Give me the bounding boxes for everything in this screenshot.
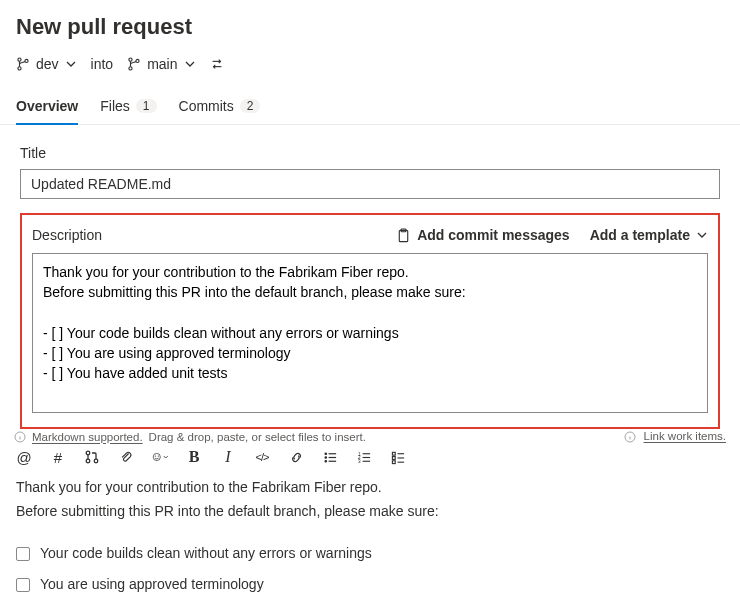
- link-work-items-link[interactable]: Link work items.: [644, 430, 726, 442]
- svg-point-13: [153, 453, 160, 460]
- bullet-list-icon[interactable]: [322, 449, 338, 465]
- svg-point-2: [25, 59, 28, 62]
- commits-count-badge: 2: [240, 99, 261, 113]
- target-branch-picker[interactable]: main: [127, 56, 195, 72]
- title-label: Title: [20, 145, 720, 161]
- chevron-down-icon: [184, 58, 196, 70]
- preview-line: Before submitting this PR into the defau…: [16, 501, 724, 522]
- pr-icon[interactable]: [84, 449, 100, 465]
- markdown-supported-link[interactable]: Markdown supported.: [32, 431, 143, 443]
- target-branch-name: main: [147, 56, 177, 72]
- swap-branches-icon[interactable]: [210, 57, 224, 71]
- preview-line: Thank you for your contribution to the F…: [16, 477, 724, 498]
- info-icon: [624, 431, 636, 443]
- emoji-icon[interactable]: [152, 449, 168, 465]
- markdown-toolbar: @ # B I </> 1 2 3: [0, 443, 740, 475]
- branch-icon: [16, 57, 30, 71]
- source-branch-picker[interactable]: dev: [16, 56, 77, 72]
- svg-point-11: [86, 459, 90, 463]
- add-commit-messages-button[interactable]: Add commit messages: [396, 227, 570, 243]
- add-template-button[interactable]: Add a template: [590, 227, 708, 243]
- checklist-item: You are using approved terminology: [16, 569, 724, 600]
- mention-icon[interactable]: @: [16, 449, 32, 465]
- svg-point-3: [129, 58, 132, 61]
- numbered-list-icon[interactable]: 1 2 3: [356, 449, 372, 465]
- tabs: Overview Files 1 Commits 2: [0, 90, 740, 125]
- italic-icon[interactable]: I: [220, 449, 236, 465]
- svg-point-4: [129, 67, 132, 70]
- title-input[interactable]: [20, 169, 720, 199]
- tab-files[interactable]: Files 1: [100, 90, 156, 124]
- svg-point-16: [325, 453, 327, 455]
- info-icon: [14, 431, 26, 443]
- code-icon[interactable]: </>: [254, 449, 270, 465]
- description-preview: Thank you for your contribution to the F…: [0, 475, 740, 602]
- svg-point-5: [136, 59, 139, 62]
- chevron-down-icon: [696, 229, 708, 241]
- description-textarea[interactable]: [32, 253, 708, 413]
- hash-icon[interactable]: #: [50, 449, 66, 465]
- bold-icon[interactable]: B: [186, 449, 202, 465]
- svg-rect-22: [392, 452, 395, 455]
- checkbox[interactable]: [16, 578, 30, 592]
- checklist-item: Your code builds clean without any error…: [16, 538, 724, 569]
- svg-text:3: 3: [357, 459, 360, 464]
- svg-point-18: [325, 460, 327, 462]
- drag-drop-hint: Drag & drop, paste, or select files to i…: [149, 431, 366, 443]
- chevron-down-icon: [65, 58, 77, 70]
- svg-point-1: [18, 67, 21, 70]
- source-branch-name: dev: [36, 56, 59, 72]
- branch-icon: [127, 57, 141, 71]
- into-label: into: [91, 56, 114, 72]
- checkbox[interactable]: [16, 547, 30, 561]
- clipboard-icon: [396, 228, 411, 243]
- svg-point-0: [18, 58, 21, 61]
- description-panel: Description Add commit messages Add a te…: [20, 213, 720, 429]
- link-icon[interactable]: [288, 449, 304, 465]
- checklist-icon[interactable]: [390, 449, 406, 465]
- svg-rect-23: [392, 456, 395, 459]
- page-title: New pull request: [16, 14, 724, 40]
- description-label: Description: [32, 227, 102, 243]
- branch-selector-row: dev into main: [16, 56, 724, 72]
- tab-commits[interactable]: Commits 2: [179, 90, 261, 124]
- svg-point-10: [86, 451, 90, 455]
- files-count-badge: 1: [136, 99, 157, 113]
- svg-point-17: [325, 456, 327, 458]
- svg-rect-24: [392, 460, 395, 463]
- attach-icon[interactable]: [118, 449, 134, 465]
- svg-point-12: [94, 459, 98, 463]
- tab-overview[interactable]: Overview: [16, 90, 78, 124]
